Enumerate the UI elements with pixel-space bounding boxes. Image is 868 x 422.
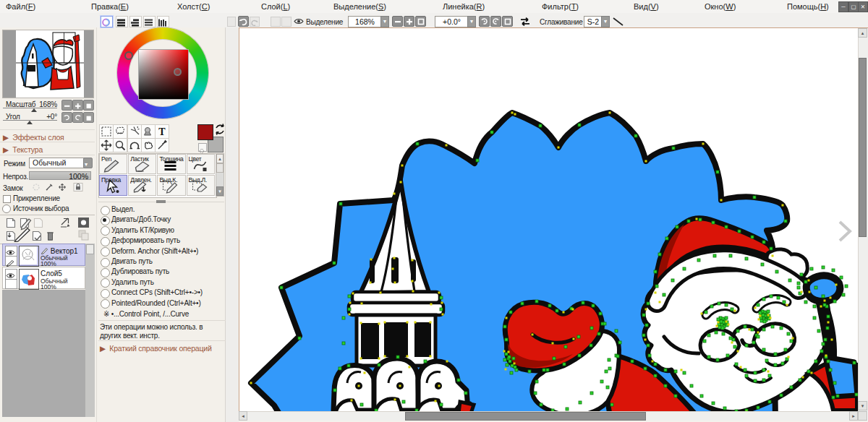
svg-text:T: T bbox=[159, 126, 166, 137]
